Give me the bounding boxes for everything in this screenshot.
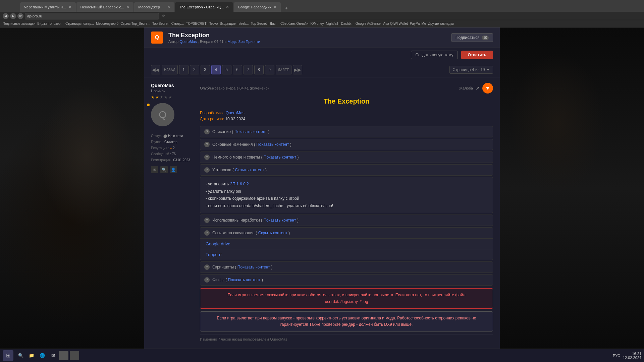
start-button[interactable]: ⊞ bbox=[3, 350, 13, 361]
taskbar-search[interactable]: 🔍 bbox=[16, 351, 25, 360]
bookmark-qiwi[interactable]: Visa QIWI Wallet bbox=[383, 22, 408, 25]
bookmark-7[interactable]: TOPSECRET - Trovo bbox=[186, 22, 218, 25]
page-8-button[interactable]: 8 bbox=[254, 65, 264, 74]
bookmark-more[interactable]: Другие закладки bbox=[428, 22, 454, 25]
section-screenshots-toggle[interactable]: Показать контент bbox=[237, 265, 270, 269]
section-usedmods[interactable]: ? Использованы наработки ( Показать конт… bbox=[200, 215, 493, 226]
url-bar[interactable]: ap-pro.ru bbox=[25, 13, 159, 19]
like-button[interactable]: ♥ bbox=[482, 83, 493, 94]
taskbar-misc-1[interactable] bbox=[59, 351, 68, 360]
dev-value[interactable]: QueroMas bbox=[226, 111, 245, 115]
refresh-button[interactable]: ⟳ bbox=[17, 13, 23, 19]
torrent-link[interactable]: Торрент bbox=[200, 249, 493, 260]
complaint-button[interactable]: Жалоба bbox=[459, 86, 473, 90]
page-2-button[interactable]: 2 bbox=[190, 65, 199, 74]
section-description[interactable]: ? Описание ( Показать контент ) bbox=[200, 126, 493, 137]
posted-meta: Вчера в 04:41 bbox=[200, 40, 224, 44]
taskbar-mail[interactable]: ✉ bbox=[48, 351, 58, 360]
section-download-header[interactable]: ? Ссылки на скачивание ( Скрыть контент … bbox=[200, 228, 493, 239]
tab-4-active[interactable]: The Exception - Страниц... ✕ bbox=[175, 2, 233, 12]
bookmark-1[interactable]: Подписные закладки bbox=[3, 22, 35, 25]
author-meta-label: Автор bbox=[168, 40, 179, 44]
find-posts-button[interactable]: 🔍 bbox=[160, 166, 168, 173]
section-screenshots-label: Скриншоты ( Показать контент ) bbox=[212, 265, 272, 269]
page-3-button[interactable]: 3 bbox=[201, 65, 210, 74]
tab-2[interactable]: Ненасытный Берсерк: с... ✕ bbox=[76, 2, 134, 12]
section-changes-label: Основные изменения ( Показать контент ) bbox=[212, 142, 291, 147]
section-tips-toggle[interactable]: Показать контент bbox=[264, 155, 296, 160]
forward-button[interactable]: ▶ bbox=[10, 13, 16, 19]
bookmark-8[interactable]: Входящие - strek... bbox=[220, 22, 249, 25]
tab-2-close[interactable]: ✕ bbox=[124, 5, 129, 9]
first-page-button[interactable]: ◀◀ bbox=[151, 65, 160, 74]
left-background bbox=[0, 27, 144, 349]
google-drive-link[interactable]: Google drive bbox=[200, 239, 493, 249]
section-changes[interactable]: ? Основные изменения ( Показать контент … bbox=[200, 139, 493, 150]
section-download-toggle[interactable]: Скрыть контент bbox=[258, 231, 287, 235]
prev-page-button[interactable]: НАЗАД bbox=[162, 65, 178, 74]
taskbar-browser-pinned[interactable]: 🌐 bbox=[38, 351, 47, 360]
taskbar-misc-2[interactable] bbox=[70, 351, 79, 360]
bookmark-12[interactable]: Nightfall - Dashb... bbox=[326, 22, 354, 25]
profile-button[interactable]: 👤 bbox=[170, 166, 177, 173]
edit-info: Изменено 7 часов назад пользователем Que… bbox=[200, 334, 493, 341]
page-7-button[interactable]: 7 bbox=[244, 65, 253, 74]
install-zp-link[interactable]: ЗП 1.6.0.2 bbox=[230, 182, 249, 186]
page-4-button[interactable]: 4 bbox=[211, 65, 221, 74]
bookmark-10[interactable]: Сбербанк Онлайн bbox=[280, 22, 309, 25]
section-changes-icon: ? bbox=[204, 142, 210, 147]
bookmark-paypal[interactable]: PayPal.Me bbox=[410, 22, 426, 25]
bookmark-google-adsense[interactable]: Google AdSense bbox=[356, 22, 381, 25]
tab-1[interactable]: Черепашки Мутанты Н... ✕ bbox=[20, 2, 76, 12]
bookmark-9[interactable]: Top Secret - Дас... bbox=[251, 22, 278, 25]
page-info[interactable]: Страница 4 из 19 ▼ bbox=[449, 66, 493, 74]
bookmark-11[interactable]: ЮMoney bbox=[310, 22, 324, 25]
section-changes-toggle[interactable]: Показать контент bbox=[256, 142, 289, 147]
dev-meta-line: Разработчик: QueroMas bbox=[200, 111, 493, 115]
send-message-button[interactable]: ✉ bbox=[151, 166, 158, 173]
section-fixes[interactable]: ? Фиксы ( Показать контент ) bbox=[200, 274, 493, 286]
section-usedmods-toggle[interactable]: Показать контент bbox=[263, 218, 296, 223]
page-1-button[interactable]: 1 bbox=[179, 65, 189, 74]
section-usedmods-label: Использованы наработки ( Показать контен… bbox=[212, 218, 299, 223]
author-meta-value[interactable]: QueroMas bbox=[179, 40, 197, 44]
author-avatar: Q bbox=[151, 103, 174, 126]
page-9-button[interactable]: 9 bbox=[265, 65, 274, 74]
tab-1-close[interactable]: ✕ bbox=[66, 5, 72, 9]
page-5-button[interactable]: 5 bbox=[222, 65, 231, 74]
install-step-3: - скопировать содержимое архива в папку … bbox=[206, 195, 487, 202]
create-topic-button[interactable]: Создать новую тему bbox=[411, 51, 458, 59]
section-fixes-toggle[interactable]: Показать контент bbox=[228, 278, 261, 282]
bookmark-4[interactable]: Мессенджер 0 bbox=[96, 22, 118, 25]
reply-button[interactable]: Ответить bbox=[461, 51, 493, 59]
author-role: Новичок bbox=[151, 89, 195, 93]
section-meta[interactable]: Моды Зов Припяти bbox=[227, 40, 260, 44]
tab-3-close[interactable]: ✕ bbox=[165, 5, 170, 9]
star-2: ★ bbox=[155, 95, 159, 100]
next-page-button[interactable]: ДАЛЕЕ bbox=[276, 65, 292, 74]
warning-box-1: Если игра вылетает: указывайте при каких… bbox=[200, 288, 493, 308]
star-3: ★ bbox=[160, 95, 163, 100]
tab-5-close[interactable]: ✕ bbox=[271, 5, 277, 9]
back-button[interactable]: ◀ bbox=[3, 13, 9, 19]
page-6-button[interactable]: 6 bbox=[233, 65, 242, 74]
last-page-button[interactable]: ▶▶ bbox=[293, 65, 302, 74]
section-install-toggle[interactable]: Скрыть контент bbox=[235, 168, 264, 172]
subscribe-button[interactable]: Подписаться 10 bbox=[451, 33, 493, 42]
section-tips[interactable]: ? Немного о моде и советы ( Показать кон… bbox=[200, 152, 493, 163]
taskbar-explorer[interactable]: 📁 bbox=[27, 351, 36, 360]
new-tab-button[interactable]: + bbox=[283, 4, 290, 12]
tab-4-close[interactable]: ✕ bbox=[224, 5, 229, 9]
share-button[interactable]: ↗ bbox=[476, 85, 480, 91]
section-screenshots[interactable]: ? Скриншоты ( Показать контент ) bbox=[200, 261, 493, 273]
bookmark-star[interactable]: ☆ bbox=[162, 14, 165, 18]
tab-3[interactable]: Мессенджер ✕ bbox=[134, 2, 174, 12]
bookmark-5[interactable]: Стрим Top_Secre... bbox=[120, 22, 150, 25]
section-install-header[interactable]: ? Установка ( Скрыть контент ) bbox=[200, 164, 493, 176]
bookmark-6[interactable]: Top Secret - Смотр... bbox=[152, 22, 184, 25]
tab-5[interactable]: Google Переводчик ✕ bbox=[234, 2, 281, 12]
section-description-toggle[interactable]: Показать контент bbox=[234, 129, 267, 134]
bookmark-2[interactable]: Виджет опозер... bbox=[37, 22, 63, 25]
author-name[interactable]: QueroMas bbox=[151, 83, 195, 88]
bookmark-3[interactable]: Страница пожер... bbox=[65, 22, 94, 25]
